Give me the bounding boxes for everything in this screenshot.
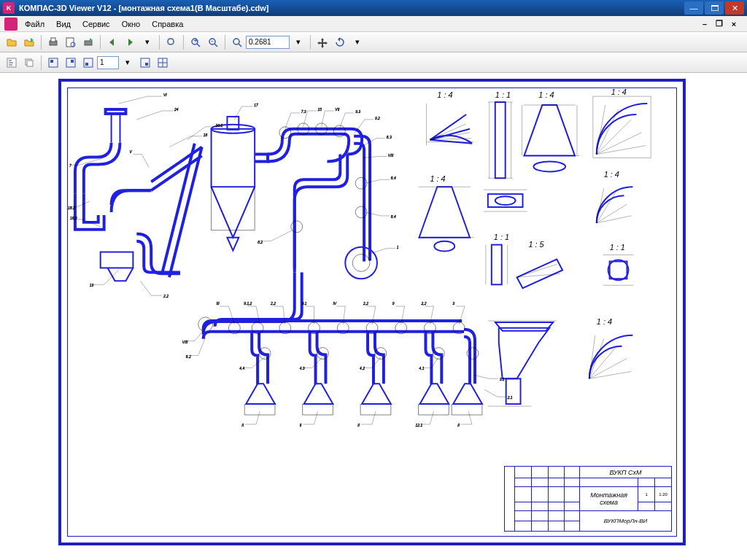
- tb-code: ВУКПМорЛн-ВИ: [580, 510, 672, 531]
- svg-text:8.2: 8.2: [258, 241, 263, 244]
- layers-button[interactable]: [21, 55, 37, 71]
- svg-point-36: [345, 247, 377, 279]
- zoom-window-button[interactable]: [229, 34, 245, 50]
- svg-text:1 : 1: 1 : 1: [494, 233, 509, 241]
- svg-text:8.2: 8.2: [186, 355, 191, 359]
- svg-text:IV: IV: [333, 302, 336, 306]
- print-special-button[interactable]: [80, 34, 96, 50]
- mdi-close-button[interactable]: ×: [728, 18, 740, 30]
- svg-text:1 : 4: 1 : 4: [597, 317, 612, 326]
- svg-text:4.1: 4.1: [419, 367, 425, 370]
- svg-rect-53: [495, 102, 506, 178]
- svg-point-37: [352, 254, 370, 272]
- tb-title: Монтажная схема: [580, 487, 638, 511]
- svg-text:II: II: [357, 424, 360, 427]
- open-button[interactable]: [4, 34, 20, 50]
- view4-button[interactable]: [137, 55, 153, 71]
- svg-text:1 : 4: 1 : 4: [437, 90, 452, 99]
- zoom-fit-button[interactable]: [163, 34, 179, 50]
- svg-text:9.1,2: 9.1,2: [244, 302, 252, 306]
- menu-window[interactable]: Окно: [122, 20, 141, 28]
- svg-rect-60: [610, 262, 627, 279]
- page-dropdown[interactable]: ▾: [120, 55, 136, 71]
- print-button[interactable]: [45, 34, 61, 50]
- svg-rect-58: [492, 245, 502, 285]
- svg-text:VIII: VIII: [182, 341, 188, 344]
- svg-point-57: [495, 196, 516, 205]
- back-button[interactable]: [104, 34, 120, 50]
- svg-point-54: [533, 161, 565, 171]
- open-folder-button[interactable]: [21, 34, 37, 50]
- svg-text:1 : 1: 1 : 1: [495, 90, 511, 99]
- svg-text:9: 9: [392, 302, 395, 306]
- svg-rect-61: [506, 378, 521, 404]
- toolbar-main: ▾ + - ▾ ▾: [0, 32, 747, 52]
- svg-text:9.1: 9.1: [302, 302, 307, 306]
- svg-text:4.4: 4.4: [239, 367, 244, 370]
- svg-text:1 : 4: 1 : 4: [430, 174, 445, 183]
- svg-text:II: II: [457, 424, 460, 427]
- svg-text:19: 19: [90, 284, 94, 287]
- tree-button[interactable]: [4, 55, 20, 71]
- svg-rect-16: [50, 60, 53, 63]
- print-preview-button[interactable]: [63, 34, 79, 50]
- svg-text:12.1: 12.1: [416, 424, 423, 427]
- svg-text:4.2: 4.2: [360, 367, 365, 370]
- app-icon: K: [3, 2, 15, 14]
- zoom-input[interactable]: [246, 36, 290, 49]
- svg-text:8.4: 8.4: [391, 215, 396, 219]
- canvas-area[interactable]: VI 24 7 18 10.1 17 7.3 15 VII 9.3 9.2 8.…: [0, 73, 747, 560]
- view2-button[interactable]: [63, 55, 79, 71]
- svg-text:1 : 4: 1 : 4: [611, 88, 627, 96]
- svg-text:8.4: 8.4: [391, 176, 396, 180]
- menu-file[interactable]: Файл: [25, 20, 44, 28]
- view1-button[interactable]: [45, 55, 61, 71]
- redraw-button[interactable]: [332, 34, 348, 50]
- svg-text:1: 1: [397, 246, 399, 249]
- mdi-minimize-button[interactable]: –: [699, 18, 711, 30]
- menu-service[interactable]: Сервис: [82, 20, 110, 28]
- svg-text:9.3: 9.3: [355, 110, 360, 114]
- maximize-button[interactable]: 🗖: [705, 1, 724, 15]
- menu-view[interactable]: Вид: [56, 20, 71, 28]
- view5-button[interactable]: [155, 55, 171, 71]
- svg-rect-26: [212, 129, 255, 187]
- tb-sheet: 1: [638, 487, 655, 502]
- mdi-restore-button[interactable]: ❐: [713, 18, 725, 30]
- svg-text:3.1: 3.1: [500, 378, 505, 381]
- svg-rect-22: [145, 63, 148, 66]
- toolbar-secondary: ▾: [0, 52, 747, 73]
- pan-button[interactable]: [314, 34, 330, 50]
- window-titlebar: K КОМПАС-3D Viewer V12 - [монтажная схем…: [0, 0, 747, 16]
- svg-text:+: +: [193, 36, 198, 44]
- svg-text:2.2: 2.2: [163, 295, 169, 298]
- page-input[interactable]: [97, 56, 119, 69]
- svg-text:18.2: 18.2: [68, 206, 75, 210]
- zoom-in-button[interactable]: +: [187, 34, 204, 50]
- svg-rect-28: [227, 117, 239, 130]
- svg-text:VI: VI: [163, 93, 167, 97]
- zoom-dropdown[interactable]: ▾: [290, 34, 306, 50]
- svg-rect-18: [71, 60, 74, 63]
- minimize-button[interactable]: —: [684, 1, 703, 15]
- svg-text:V: V: [129, 150, 132, 154]
- svg-point-5: [168, 39, 174, 44]
- title-block: ВУКП СхМ Монтажная схема11:20 ВУКПМорЛн-…: [504, 466, 672, 532]
- menu-help[interactable]: Справка: [152, 20, 183, 28]
- forward-button[interactable]: [122, 34, 138, 50]
- svg-text:18: 18: [204, 133, 208, 137]
- close-button[interactable]: ✕: [725, 1, 744, 15]
- zoom-out-button[interactable]: -: [205, 34, 221, 50]
- logo-icon: [4, 18, 18, 31]
- svg-text:24: 24: [174, 108, 179, 112]
- svg-text:II: II: [241, 424, 244, 427]
- view3-button[interactable]: [80, 55, 96, 71]
- forward-dropdown[interactable]: ▾: [139, 34, 155, 50]
- svg-text:1 : 4: 1 : 4: [538, 90, 554, 99]
- svg-text:2.1: 2.1: [507, 396, 513, 400]
- redraw-dropdown[interactable]: ▾: [349, 34, 365, 50]
- svg-rect-4: [85, 41, 92, 45]
- svg-rect-24: [106, 109, 126, 114]
- svg-point-59: [608, 260, 629, 281]
- svg-text:1 : 1: 1 : 1: [610, 243, 625, 252]
